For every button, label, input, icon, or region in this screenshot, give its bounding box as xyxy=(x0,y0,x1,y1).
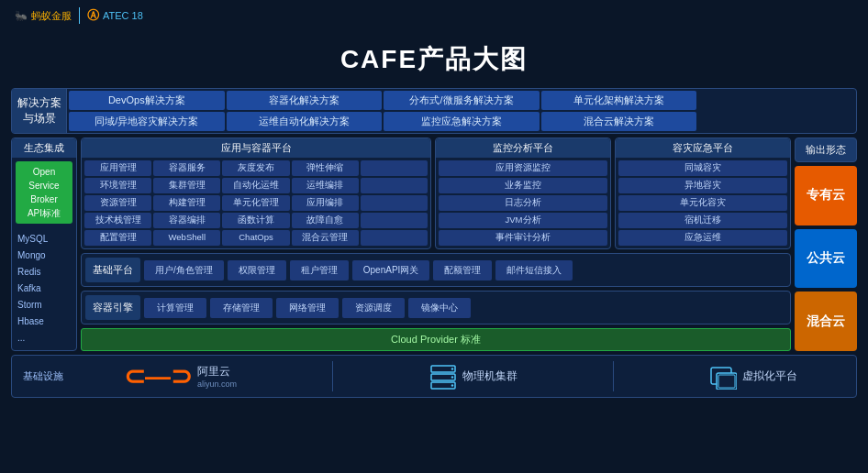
monitor-platform-header: 监控分析平台 xyxy=(436,138,610,158)
cell-empty5 xyxy=(361,230,428,246)
infra-label: 基础设施 xyxy=(23,369,69,383)
cell-unit-mgmt: 单元化管理 xyxy=(222,195,289,211)
base-sms: 邮件短信接入 xyxy=(495,260,573,280)
open-service-broker: OpenServiceBrokerAPI标准 xyxy=(16,161,72,224)
cell-empty3 xyxy=(361,195,428,211)
atec-name: ATEC 18 xyxy=(103,10,143,21)
cell-env-mgmt: 环境管理 xyxy=(84,178,151,193)
header: 🐜 蚂蚁金服 Ⓐ ATEC 18 xyxy=(0,0,868,31)
svg-point-5 xyxy=(451,384,452,386)
cell-hybrid-mgmt: 混合云管理 xyxy=(292,230,359,246)
svg-rect-7 xyxy=(717,373,737,390)
engine-network: 网络管理 xyxy=(276,298,339,318)
container-engine-label: 容器引擎 xyxy=(85,295,140,320)
base-quota: 配额管理 xyxy=(433,260,492,280)
cell-fault-heal: 故障自愈 xyxy=(292,213,359,228)
top-platforms: 应用与容器平台 应用管理 容器服务 灰度发布 弹性伸缩 环境管理 集群管理 自动… xyxy=(81,138,791,249)
cell-emergency-ops: 应急运维 xyxy=(618,230,787,246)
cell-stack-mgmt: 技术栈管理 xyxy=(84,213,151,228)
base-openapi: OpenAPI网关 xyxy=(352,260,430,280)
solution-unitarch: 单元化架构解决方案 xyxy=(541,91,697,110)
monitor-platform: 监控分析平台 应用资源监控 业务监控 日志分析 JVM分析 事件审计分析 xyxy=(435,138,611,249)
physical-name: 物理机集群 xyxy=(462,368,517,384)
base-tenant: 租户管理 xyxy=(290,260,349,280)
infra-aliyun: ⊂—⊃ 阿里云 aliyun.com xyxy=(124,361,237,391)
cell-build-mgmt: 构建管理 xyxy=(153,195,220,211)
cell-biz-monitor: 业务监控 xyxy=(439,178,607,193)
svg-point-3 xyxy=(451,368,452,369)
solution-container: 容器化解决方案 xyxy=(227,91,383,110)
infra-items: ⊂—⊃ 阿里云 aliyun.com 物理机集群 xyxy=(76,361,845,391)
aliyun-name: 阿里云 xyxy=(197,364,237,380)
ecosystem-label: 生态集成 xyxy=(12,138,76,158)
tech-list: MySQLMongoRedisKafkaStormHbase... xyxy=(12,227,76,350)
base-platform-label: 基础平台 xyxy=(85,258,140,282)
solution-microservice: 分布式/微服务解决方案 xyxy=(384,91,540,110)
app-platform: 应用与容器平台 应用管理 容器服务 灰度发布 弹性伸缩 环境管理 集群管理 自动… xyxy=(81,138,431,249)
disaster-grid: 同城容灾 异地容灾 单元化容灾 宿机迁移 应急运维 xyxy=(616,158,790,248)
cell-same-city: 同城容灾 xyxy=(618,160,787,176)
app-platform-grid: 应用管理 容器服务 灰度发布 弹性伸缩 环境管理 集群管理 自动化运维 运维编排… xyxy=(82,158,430,248)
cell-audit-analysis: 事件审计分析 xyxy=(439,230,607,246)
base-platform-row: 基础平台 用户/角色管理 权限管理 租户管理 OpenAPI网关 配额管理 邮件… xyxy=(81,253,791,287)
cell-empty2 xyxy=(361,178,428,193)
cell-ops-schedule: 运维编排 xyxy=(292,178,359,193)
cell-elastic-scale: 弹性伸缩 xyxy=(292,160,359,176)
cloud-private: 专有云 xyxy=(795,166,857,226)
cell-auto-ops: 自动化运维 xyxy=(222,178,289,193)
disaster-platform: 容灾应急平台 同城容灾 异地容灾 单元化容灾 宿机迁移 应急运维 xyxy=(615,138,791,249)
main-container: 解决方案与场景 DevOps解决方案 容器化解决方案 分布式/微服务解决方案 单… xyxy=(0,88,868,402)
cloud-hybrid: 混合云 xyxy=(795,292,857,351)
center-area: 应用与容器平台 应用管理 容器服务 灰度发布 弹性伸缩 环境管理 集群管理 自动… xyxy=(81,138,791,351)
infra-row: 基础设施 ⊂—⊃ 阿里云 aliyun.com 物理机集群 xyxy=(11,355,857,398)
title-area: CAFE产品大图 xyxy=(0,31,868,88)
cell-chatops: ChatOps xyxy=(222,230,289,246)
ant-icon: 🐜 xyxy=(15,10,28,22)
ecosystem-panel: 生态集成 OpenServiceBrokerAPI标准 MySQLMongoRe… xyxy=(11,138,77,351)
main-title: CAFE产品大图 xyxy=(0,38,868,84)
cell-container-sched: 容器编排 xyxy=(153,213,220,228)
cell-gray-release: 灰度发布 xyxy=(222,160,289,176)
container-engine-row: 容器引擎 计算管理 存储管理 网络管理 资源调度 镜像中心 xyxy=(81,291,791,324)
solution-samecity: 同域/异地容灾解决方案 xyxy=(69,112,225,131)
engine-image: 镜像中心 xyxy=(408,298,471,318)
output-panel: 输出形态 专有云 公共云 混合云 xyxy=(795,138,857,351)
infra-physical: 物理机集群 xyxy=(429,364,517,390)
solution-ops: 运维自动化解决方案 xyxy=(227,112,383,131)
vm-name: 虚拟化平台 xyxy=(742,368,797,384)
vm-icon xyxy=(709,364,737,390)
middle-row: 生态集成 OpenServiceBrokerAPI标准 MySQLMongoRe… xyxy=(11,138,857,351)
logo-area: 🐜 蚂蚁金服 Ⓐ ATEC 18 xyxy=(15,7,143,24)
ant-name: 蚂蚁金服 xyxy=(31,9,72,23)
cloud-public: 公共云 xyxy=(795,229,857,289)
cell-webshell: WebShell xyxy=(153,230,220,246)
cell-config-mgmt: 配置管理 xyxy=(84,230,151,246)
base-permission: 权限管理 xyxy=(228,260,286,280)
engine-resource: 资源调度 xyxy=(342,298,405,318)
engine-items: 计算管理 存储管理 网络管理 资源调度 镜像中心 xyxy=(144,298,786,318)
divider1 xyxy=(332,361,333,391)
infra-vm: 虚拟化平台 xyxy=(709,364,797,390)
cell-unit-disaster: 单元化容灾 xyxy=(618,195,787,211)
cloud-provider-bar: Cloud Provider 标准 xyxy=(81,328,791,351)
cell-jvm-analysis: JVM分析 xyxy=(439,213,607,228)
divider2 xyxy=(613,361,614,391)
svg-point-4 xyxy=(451,376,452,378)
solution-hybrid: 混合云解决方案 xyxy=(541,112,697,131)
solutions-grid: DevOps解决方案 容器化解决方案 分布式/微服务解决方案 单元化架构解决方案… xyxy=(67,89,856,133)
cell-empty4 xyxy=(361,213,428,228)
output-label: 输出形态 xyxy=(795,138,857,162)
ant-logo: 🐜 蚂蚁金服 xyxy=(15,9,72,23)
disaster-platform-header: 容灾应急平台 xyxy=(616,138,790,158)
base-user-role: 用户/角色管理 xyxy=(144,260,224,280)
cell-resource-mgmt: 资源管理 xyxy=(84,195,151,211)
cell-cluster-mgmt: 集群管理 xyxy=(153,178,220,193)
cell-app-schedule: 应用编排 xyxy=(292,195,359,211)
aliyun-sub: aliyun.com xyxy=(197,380,237,389)
engine-storage: 存储管理 xyxy=(210,298,273,318)
cell-host-migrate: 宿机迁移 xyxy=(618,213,787,228)
physical-server-icon xyxy=(429,364,457,390)
cell-app-resource-monitor: 应用资源监控 xyxy=(439,160,607,176)
solution-devops: DevOps解决方案 xyxy=(69,91,225,110)
cell-container-svc: 容器服务 xyxy=(153,160,220,176)
